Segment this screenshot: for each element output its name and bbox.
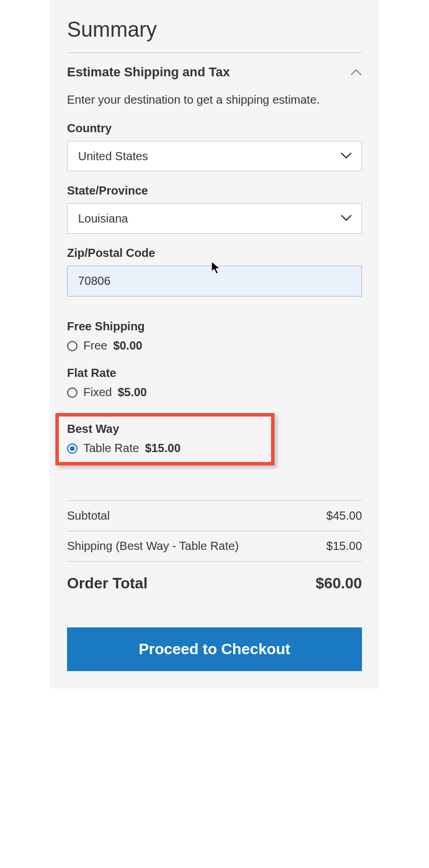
radio-checked-icon [67,443,78,454]
best-way-title: Best Way [67,422,263,436]
radio-icon [67,341,78,351]
best-way-price: $15.00 [145,442,181,455]
shipping-total-value: $15.00 [326,539,362,553]
state-select[interactable]: Louisiana [67,203,362,234]
best-way-option[interactable]: Table Rate $15.00 [67,442,263,455]
order-total-value: $60.00 [315,574,362,592]
zip-input[interactable] [67,266,362,297]
estimate-shipping-title: Estimate Shipping and Tax [67,65,230,80]
subtotal-value: $45.00 [326,509,362,523]
country-select-input[interactable]: United States [68,142,361,171]
proceed-to-checkout-button[interactable]: Proceed to Checkout [67,627,362,671]
subtotal-row: Subtotal $45.00 [67,501,362,531]
summary-title: Summary [67,17,362,53]
state-select-input[interactable]: Louisiana [68,204,361,233]
summary-panel: Summary Estimate Shipping and Tax Enter … [50,0,379,689]
zip-label: Zip/Postal Code [67,246,362,260]
flat-rate-title: Flat Rate [67,366,362,380]
estimate-shipping-header[interactable]: Estimate Shipping and Tax [67,65,362,80]
subtotal-label: Subtotal [67,509,110,523]
radio-icon [67,387,78,398]
best-way-label: Table Rate [83,442,139,455]
free-shipping-label: Free [83,339,107,352]
shipping-total-row: Shipping (Best Way - Table Rate) $15.00 [67,531,362,562]
free-shipping-title: Free Shipping [67,320,362,333]
flat-rate-label: Fixed [83,386,112,399]
highlighted-shipping-box: Best Way Table Rate $15.00 [55,413,275,465]
shipping-total-label: Shipping (Best Way - Table Rate) [67,539,239,553]
order-total-row: Order Total $60.00 [67,562,362,598]
order-total-label: Order Total [67,574,147,592]
flat-rate-price: $5.00 [118,386,147,399]
free-shipping-price: $0.00 [113,339,142,352]
country-select[interactable]: United States [67,141,362,171]
flat-rate-option[interactable]: Fixed $5.00 [67,386,362,399]
free-shipping-option[interactable]: Free $0.00 [67,339,362,352]
country-label: Country [67,122,362,135]
estimate-instruction: Enter your destination to get a shipping… [67,91,362,108]
state-label: State/Province [67,184,362,197]
chevron-up-icon [350,69,362,76]
totals-section: Subtotal $45.00 Shipping (Best Way - Tab… [67,500,362,598]
